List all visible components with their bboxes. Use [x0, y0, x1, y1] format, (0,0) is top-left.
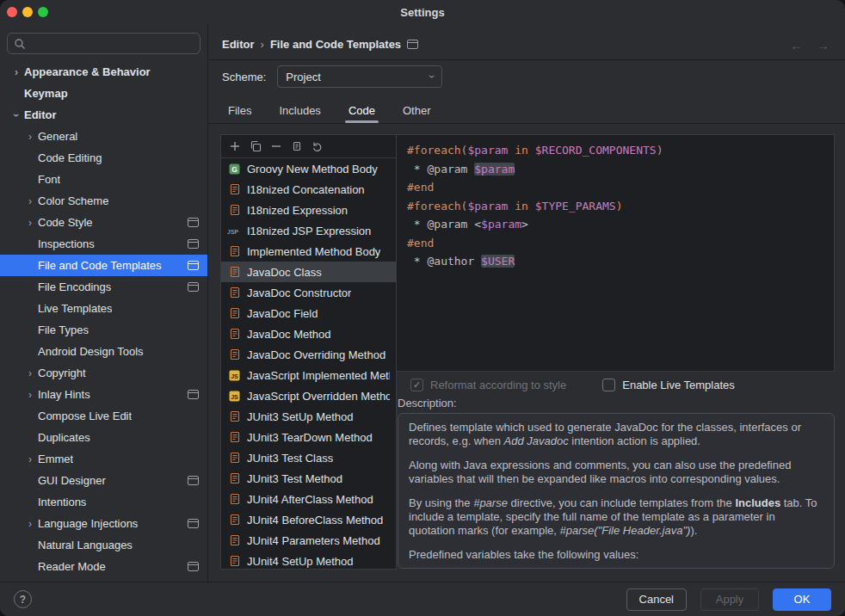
tab-other[interactable]: Other [395, 97, 439, 123]
template-item-junit4-setup-method[interactable]: JUnit4 SetUp Method [221, 551, 396, 568]
search-input[interactable] [30, 37, 194, 50]
sidebar-item-copyright[interactable]: ›Copyright [0, 362, 207, 384]
sidebar-item-file-encodings[interactable]: File Encodings [0, 276, 207, 298]
sidebar-item-android-design-tools[interactable]: Android Design Tools [0, 341, 207, 362]
sidebar-item-general[interactable]: ›General [0, 126, 207, 147]
template-item-label: JUnit4 SetUp Method [247, 555, 354, 568]
sidebar-item-compose-live-edit[interactable]: Compose Live Edit [0, 405, 207, 427]
tab-includes[interactable]: Includes [271, 97, 328, 123]
sidebar-item-color-scheme[interactable]: ›Color Scheme [0, 190, 207, 212]
template-icon [227, 286, 242, 299]
template-item-label: JavaScript Implemented Meth [247, 369, 390, 382]
sidebar-item-inlay-hints[interactable]: ›Inlay Hints [0, 384, 207, 405]
per-project-settings-icon [182, 239, 199, 249]
help-button[interactable]: ? [14, 590, 32, 608]
revert-button[interactable] [308, 138, 327, 155]
template-icon [227, 514, 242, 526]
breadcrumb-current: File and Code Templates [270, 38, 401, 51]
search-box[interactable] [7, 33, 200, 54]
template-item-junit3-teardown-method[interactable]: JUnit3 TearDown Method [221, 427, 396, 447]
history-nav: ← → [790, 38, 830, 52]
template-item-junit4-beforeclass-method[interactable]: JUnit4 BeforeClass Method [221, 509, 396, 530]
template-item-javadoc-overriding-method[interactable]: JavaDoc Overriding Method [221, 344, 396, 365]
template-item-junit4-afterclass-method[interactable]: JUnit4 AfterClass Method [221, 489, 396, 509]
tab-files[interactable]: Files [220, 97, 259, 123]
scheme-label: Scheme: [222, 71, 266, 83]
sidebar-item-reader-mode[interactable]: Reader Mode [0, 556, 207, 577]
copy-button[interactable] [246, 138, 265, 155]
scheme-select[interactable]: Project › [277, 65, 442, 88]
sidebar-item-file-and-code-templates[interactable]: File and Code Templates [0, 255, 207, 276]
description-box[interactable]: Defines template which used to generate … [398, 413, 835, 569]
template-icon [227, 472, 242, 484]
template-item-i18nized-expression[interactable]: I18nized Expression [221, 200, 396, 220]
template-item-javadoc-constructor[interactable]: JavaDoc Constructor [221, 282, 396, 303]
sidebar-item-language-injections[interactable]: ›Language Injections [0, 513, 207, 534]
sidebar-item-editor[interactable]: ›Editor [0, 104, 207, 126]
header-divider [208, 59, 845, 60]
template-item-javadoc-field[interactable]: JavaDoc Field [221, 303, 396, 323]
template-item-i18nized-jsp-expression[interactable]: JSPI18nized JSP Expression [221, 220, 396, 241]
breadcrumb-editor[interactable]: Editor [222, 38, 255, 51]
svg-text:JSP: JSP [227, 229, 239, 235]
sidebar-item-keymap[interactable]: Keymap [0, 83, 207, 104]
cancel-button[interactable]: Cancel [626, 588, 687, 611]
ok-button[interactable]: OK [773, 588, 831, 611]
sidebar-item-code-style[interactable]: ›Code Style [0, 212, 207, 233]
sidebar-item-emmet[interactable]: ›Emmet [0, 448, 207, 470]
template-item-label: I18nized JSP Expression [247, 225, 371, 237]
template-item-junit3-setup-method[interactable]: JUnit3 SetUp Method [221, 406, 396, 427]
live-templates-checkbox[interactable] [602, 379, 615, 391]
template-item-javascript-implemented-meth[interactable]: JSJavaScript Implemented Meth [221, 365, 396, 385]
template-item-javadoc-class[interactable]: JavaDoc Class [221, 262, 396, 282]
sidebar-item-gui-designer[interactable]: GUI Designer [0, 470, 207, 491]
sidebar-item-intentions[interactable]: Intentions [0, 491, 207, 513]
duplicate-button[interactable] [287, 138, 306, 155]
breadcrumb: Editor › File and Code Templates [222, 38, 418, 51]
sidebar-item-natural-languages[interactable]: Natural Languages [0, 534, 207, 556]
sidebar-item-label: Copyright [38, 367, 86, 379]
description-paragraph: Along with Java expressions and comments… [409, 459, 823, 486]
per-project-settings-icon [182, 476, 199, 485]
back-arrow-icon[interactable]: ← [790, 38, 803, 52]
sidebar-item-appearance-behavior[interactable]: ›Appearance & Behavior [0, 61, 207, 83]
sidebar-item-file-types[interactable]: File Types [0, 319, 207, 341]
js-icon: JS [227, 391, 242, 402]
live-templates-option[interactable]: Enable Live Templates [602, 379, 735, 391]
sidebar-item-code-editing[interactable]: Code Editing [0, 147, 207, 169]
chevron-down-icon: › [9, 109, 24, 121]
template-item-implemented-method-body[interactable]: Implemented Method Body [221, 241, 396, 262]
chevron-spacer [22, 561, 38, 573]
template-item-label: JavaDoc Overriding Method [247, 348, 385, 361]
sidebar-item-live-templates[interactable]: Live Templates [0, 298, 207, 319]
forward-arrow-icon[interactable]: → [817, 38, 830, 52]
apply-button[interactable]: Apply [700, 588, 759, 611]
sidebar-item-label: Intentions [38, 496, 86, 508]
chevron-spacer [22, 174, 38, 186]
chevron-right-icon: › [22, 453, 38, 465]
remove-button[interactable] [267, 138, 286, 155]
sidebar-item-label: Appearance & Behavior [24, 65, 151, 78]
template-item-junit3-test-method[interactable]: JUnit3 Test Method [221, 468, 396, 489]
sidebar-item-font[interactable]: Font [0, 169, 207, 190]
chevron-right-icon: › [22, 195, 38, 207]
settings-nav: ›Appearance & BehaviorKeymap›Editor›Gene… [0, 61, 207, 577]
template-item-javadoc-method[interactable]: JavaDoc Method [221, 323, 396, 344]
template-item-groovy-new-method-body[interactable]: GGroovy New Method Body [221, 158, 396, 179]
description-paragraph: Predefined variables take the following … [409, 548, 823, 562]
chevron-down-icon: › [426, 75, 438, 78]
template-item-label: JavaDoc Class [247, 266, 322, 279]
template-item-javascript-overridden-metho[interactable]: JSJavaScript Overridden Metho [221, 385, 396, 406]
sidebar-item-inspections[interactable]: Inspections [0, 233, 207, 255]
template-editor[interactable]: #foreach($param in $RECORD_COMPONENTS) *… [397, 134, 835, 372]
code-line: #foreach($param in $RECORD_COMPONENTS) [407, 141, 823, 160]
tabs: FilesIncludesCodeOther [220, 97, 450, 123]
template-item-junit3-test-class[interactable]: JUnit3 Test Class [221, 447, 396, 468]
template-item-i18nized-concatenation[interactable]: I18nized Concatenation [221, 179, 396, 200]
live-templates-label: Enable Live Templates [622, 379, 735, 391]
reformat-option: ✓ Reformat according to style [410, 379, 566, 391]
add-button[interactable] [225, 138, 244, 155]
template-item-junit4-parameters-method[interactable]: JUnit4 Parameters Method [221, 530, 396, 551]
sidebar-item-duplicates[interactable]: Duplicates [0, 427, 207, 448]
tab-code[interactable]: Code [341, 97, 383, 123]
